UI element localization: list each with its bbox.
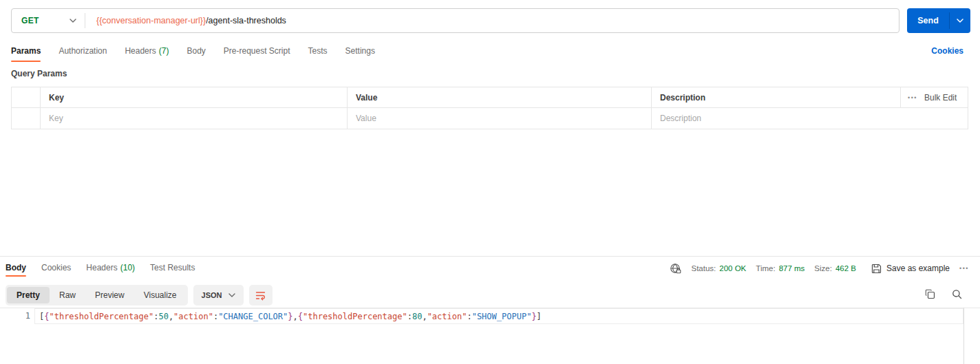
response-meta-bar: Status: 200 OK Time: 877 ms Size: 462 B … bbox=[670, 260, 969, 277]
tab-tests-label: Tests bbox=[308, 46, 328, 56]
search-icon[interactable] bbox=[952, 289, 962, 299]
url-input[interactable]: {{conversation-manager-url}}/agent-sla-t… bbox=[85, 16, 286, 25]
json-token: ] bbox=[537, 312, 542, 321]
json-token: , bbox=[169, 312, 173, 321]
value-input[interactable] bbox=[356, 114, 637, 123]
status-label: Status: bbox=[691, 264, 716, 272]
url-path: /agent-sla-thresholds bbox=[206, 16, 286, 25]
json-token: "thresholdPercentage" bbox=[49, 312, 153, 321]
view-mode-raw[interactable]: Raw bbox=[50, 287, 85, 303]
response-tab-cookies-label: Cookies bbox=[41, 263, 71, 272]
query-params-table: Key Value Description ••• Bulk Edit bbox=[11, 87, 968, 129]
cookies-link[interactable]: Cookies bbox=[931, 46, 963, 56]
copy-icon[interactable] bbox=[925, 289, 935, 299]
tab-params[interactable]: Params bbox=[11, 43, 41, 62]
response-tab-headers[interactable]: Headers(10) bbox=[86, 260, 135, 277]
description-column-label: Description bbox=[660, 93, 705, 103]
editor-scrollbar-track[interactable] bbox=[963, 308, 964, 364]
line-number: 1 bbox=[0, 308, 30, 324]
bulk-edit-button[interactable]: Bulk Edit bbox=[924, 93, 957, 103]
chevron-down-icon bbox=[70, 19, 76, 23]
tab-body-label: Body bbox=[187, 46, 205, 56]
json-token: "thresholdPercentage" bbox=[303, 312, 407, 321]
response-json-line: [{"thresholdPercentage":50,"action":"CHA… bbox=[34, 308, 963, 324]
response-tab-test-results[interactable]: Test Results bbox=[150, 260, 195, 277]
view-mode-pretty[interactable]: Pretty bbox=[7, 287, 50, 303]
size-indicator: Size: 462 B bbox=[814, 264, 856, 272]
json-token: "action" bbox=[173, 312, 213, 321]
json-token: : bbox=[467, 312, 471, 321]
response-toolbar: Pretty Raw Preview Visualize JSON bbox=[6, 285, 273, 306]
tab-tests[interactable]: Tests bbox=[308, 43, 328, 62]
key-column-header: Key bbox=[40, 87, 347, 107]
row-select-cell bbox=[12, 108, 40, 129]
network-info-icon[interactable] bbox=[670, 263, 681, 275]
send-button[interactable]: Send bbox=[907, 8, 970, 33]
send-options-button[interactable] bbox=[950, 8, 970, 33]
json-token: , bbox=[422, 312, 427, 321]
json-token: 50 bbox=[158, 312, 168, 321]
chevron-down-icon bbox=[228, 293, 235, 297]
value-cell bbox=[347, 108, 651, 129]
send-button-label[interactable]: Send bbox=[907, 8, 949, 33]
tab-headers-count: (7) bbox=[159, 46, 169, 56]
time-value: 877 ms bbox=[779, 264, 805, 272]
wrap-lines-icon bbox=[255, 290, 266, 301]
json-token: { bbox=[298, 312, 303, 321]
save-as-example-label: Save as example bbox=[886, 264, 950, 273]
size-value: 462 B bbox=[835, 264, 856, 272]
json-token: [ bbox=[39, 312, 44, 321]
response-more-options-icon[interactable]: ••• bbox=[959, 265, 969, 272]
query-params-empty-row bbox=[12, 108, 968, 129]
response-tab-headers-count: (10) bbox=[120, 263, 135, 272]
json-token: : bbox=[407, 312, 412, 321]
time-indicator: Time: 877 ms bbox=[756, 264, 805, 272]
tab-headers-label: Headers bbox=[125, 46, 156, 56]
response-section-divider bbox=[0, 256, 980, 257]
json-token: { bbox=[44, 312, 49, 321]
url-variable: {{conversation-manager-url}} bbox=[96, 16, 206, 25]
key-input[interactable] bbox=[49, 114, 332, 123]
description-column-header: Description bbox=[651, 87, 900, 107]
method-label: GET bbox=[21, 16, 39, 25]
method-selector[interactable]: GET bbox=[12, 9, 85, 32]
more-options-icon[interactable]: ••• bbox=[908, 94, 917, 101]
time-label: Time: bbox=[756, 264, 775, 272]
key-cell bbox=[40, 108, 347, 129]
response-tabs: Body Cookies Headers(10) Test Results bbox=[6, 260, 195, 277]
request-tabs: Params Authorization Headers(7) Body Pre… bbox=[11, 43, 375, 62]
request-url-bar: GET {{conversation-manager-url}}/agent-s… bbox=[11, 8, 899, 33]
size-label: Size: bbox=[814, 264, 832, 272]
tab-pre-request-script[interactable]: Pre-request Script bbox=[224, 43, 290, 62]
json-token: } bbox=[288, 312, 292, 321]
view-mode-visualize[interactable]: Visualize bbox=[134, 287, 187, 303]
format-select[interactable]: JSON bbox=[193, 285, 244, 306]
value-column-header: Value bbox=[347, 87, 651, 107]
tab-params-label: Params bbox=[11, 46, 41, 56]
response-tab-body[interactable]: Body bbox=[6, 260, 26, 277]
wrap-lines-button[interactable] bbox=[249, 285, 273, 306]
save-icon bbox=[871, 264, 882, 274]
tab-settings-label: Settings bbox=[345, 46, 375, 56]
json-token: : bbox=[213, 312, 218, 321]
view-mode-switch: Pretty Raw Preview Visualize bbox=[6, 285, 188, 306]
response-body-actions bbox=[925, 289, 962, 299]
save-as-example-button[interactable]: Save as example bbox=[871, 264, 950, 274]
query-params-title: Query Params bbox=[11, 69, 67, 78]
value-column-label: Value bbox=[356, 93, 377, 103]
format-select-value: JSON bbox=[202, 291, 222, 299]
tab-body[interactable]: Body bbox=[187, 43, 205, 62]
response-tab-cookies[interactable]: Cookies bbox=[41, 260, 71, 277]
json-token: 80 bbox=[412, 312, 422, 321]
json-token: "CHANGE_COLOR" bbox=[218, 312, 288, 321]
tab-headers[interactable]: Headers(7) bbox=[125, 43, 169, 62]
tab-authorization[interactable]: Authorization bbox=[58, 43, 107, 62]
description-input[interactable] bbox=[660, 114, 888, 123]
table-actions-header: ••• Bulk Edit bbox=[900, 87, 968, 107]
select-column-header bbox=[12, 87, 40, 107]
json-token: "SHOW_POPUP" bbox=[472, 312, 532, 321]
json-token: , bbox=[293, 312, 298, 321]
tab-pre-request-script-label: Pre-request Script bbox=[224, 46, 290, 56]
view-mode-preview[interactable]: Preview bbox=[85, 287, 134, 303]
tab-settings[interactable]: Settings bbox=[345, 43, 375, 62]
